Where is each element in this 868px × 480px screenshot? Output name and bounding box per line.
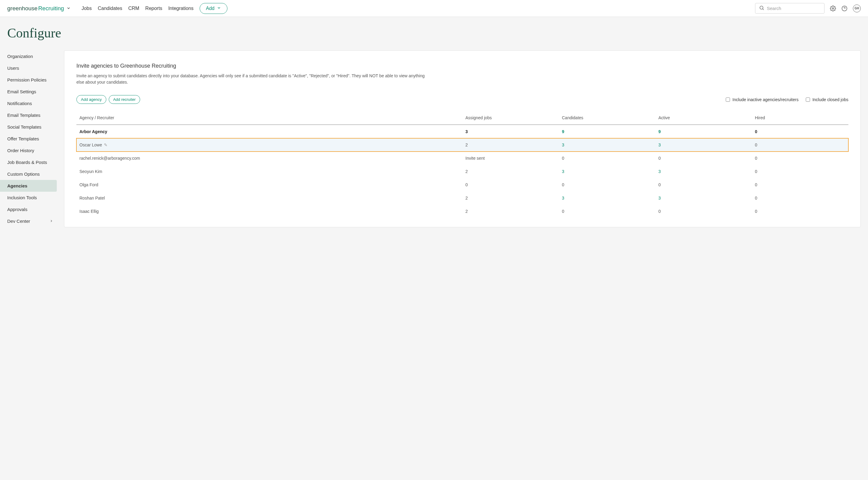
- cell-assigned-value: 2: [465, 169, 468, 174]
- sidebar-item-custom-options[interactable]: Custom Options: [0, 168, 57, 180]
- chevron-down-icon[interactable]: [66, 5, 71, 12]
- table-row[interactable]: Seoyun Kim2330: [76, 165, 848, 178]
- cell-candidates-value[interactable]: 9: [562, 129, 564, 134]
- sidebar-item-notifications[interactable]: Notifications: [0, 97, 57, 109]
- table-row[interactable]: Olga Ford0000: [76, 178, 848, 191]
- cell-active-value[interactable]: 3: [658, 169, 661, 174]
- cell-active-value[interactable]: 3: [658, 142, 661, 147]
- cell-name: Arbor Agency: [76, 125, 462, 138]
- svg-point-0: [760, 6, 763, 9]
- sidebar-item-label: Agencies: [7, 183, 28, 188]
- help-icon[interactable]: [841, 5, 847, 11]
- cell-assigned: 2: [462, 138, 559, 152]
- avatar[interactable]: GH: [853, 4, 861, 12]
- cell-candidates-value: 0: [562, 182, 564, 187]
- table-row[interactable]: Roshan Patel2330: [76, 191, 848, 205]
- add-button-label: Add: [206, 6, 214, 11]
- gear-icon[interactable]: [830, 5, 836, 11]
- include-inactive-checkbox[interactable]: Include inactive agencies/recruiters: [726, 97, 799, 102]
- cell-candidates-value[interactable]: 3: [562, 169, 564, 174]
- page-title: Configure: [0, 17, 868, 51]
- cell-assigned-value: 2: [465, 142, 468, 147]
- cell-candidates: 0: [559, 178, 656, 191]
- cell-hired: 0: [752, 165, 849, 178]
- cell-active-value[interactable]: 3: [658, 196, 661, 200]
- cell-active: 3: [655, 191, 752, 205]
- add-recruiter-button[interactable]: Add recruiter: [109, 95, 140, 104]
- sidebar-item-social-templates[interactable]: Social Templates: [0, 121, 57, 133]
- include-closed-input[interactable]: [806, 97, 810, 102]
- cell-assigned-value: 2: [465, 196, 468, 200]
- add-agency-button[interactable]: Add agency: [76, 95, 106, 104]
- include-inactive-input[interactable]: [726, 97, 730, 102]
- row-name: Olga Ford: [80, 182, 98, 187]
- cell-candidates-value[interactable]: 3: [562, 196, 564, 200]
- sidebar-item-permission-policies[interactable]: Permission Policies: [0, 74, 57, 86]
- nav-crm[interactable]: CRM: [128, 6, 139, 11]
- table-row[interactable]: Arbor Agency3990: [76, 125, 848, 138]
- row-name: Oscar Lowe: [80, 142, 102, 147]
- sidebar-item-agencies[interactable]: Agencies: [0, 180, 57, 192]
- actions-row: Add agency Add recruiter Include inactiv…: [76, 95, 848, 104]
- nav-jobs[interactable]: Jobs: [82, 6, 92, 11]
- cell-hired-value: 0: [755, 142, 757, 147]
- row-name: Isaac Ellig: [80, 209, 99, 214]
- sidebar-item-label: Notifications: [7, 101, 32, 106]
- nav-reports[interactable]: Reports: [145, 6, 162, 11]
- cell-active-value[interactable]: 9: [658, 129, 661, 134]
- pencil-icon[interactable]: ✎: [104, 142, 107, 147]
- sidebar-item-label: Email Templates: [7, 113, 40, 118]
- cell-hired-value: 0: [755, 182, 757, 187]
- panel-description: Invite an agency to submit candidates di…: [76, 73, 433, 86]
- include-closed-checkbox[interactable]: Include closed jobs: [806, 97, 848, 102]
- sidebar-item-label: Social Templates: [7, 124, 41, 129]
- cell-name: Isaac Ellig: [76, 205, 462, 218]
- cell-candidates: 3: [559, 138, 656, 152]
- brand-main: greenhouse: [7, 5, 37, 12]
- table-row[interactable]: rachel.renick@arboragency.comInvite sent…: [76, 152, 848, 165]
- col-active: Active: [655, 111, 752, 125]
- sidebar-item-label: Custom Options: [7, 171, 40, 177]
- nav-candidates[interactable]: Candidates: [98, 6, 122, 11]
- panel-heading: Invite agencies to Greenhouse Recruiting: [76, 63, 848, 69]
- table-body: Arbor Agency3990Oscar Lowe✎2330rachel.re…: [76, 125, 848, 218]
- cell-candidates: 9: [559, 125, 656, 138]
- add-button[interactable]: Add: [199, 3, 227, 14]
- header-right: GH: [755, 3, 861, 13]
- filter-checks: Include inactive agencies/recruiters Inc…: [726, 97, 848, 102]
- sidebar-item-approvals[interactable]: Approvals: [0, 203, 57, 215]
- cell-assigned: Invite sent: [462, 152, 559, 165]
- cell-candidates: 0: [559, 205, 656, 218]
- row-name: Roshan Patel: [80, 196, 105, 200]
- sidebar-item-job-boards-posts[interactable]: Job Boards & Posts: [0, 156, 57, 168]
- sidebar-item-users[interactable]: Users: [0, 62, 57, 74]
- sidebar-item-email-settings[interactable]: Email Settings: [0, 86, 57, 97]
- cell-active: 3: [655, 165, 752, 178]
- col-assigned: Assigned jobs: [462, 111, 559, 125]
- search-box[interactable]: [755, 3, 825, 13]
- nav-integrations[interactable]: Integrations: [168, 6, 194, 11]
- table-row[interactable]: Oscar Lowe✎2330: [76, 138, 848, 152]
- cell-candidates-value[interactable]: 3: [562, 142, 564, 147]
- sidebar-item-label: Dev Center: [7, 219, 30, 224]
- cell-name: Oscar Lowe✎: [76, 138, 462, 152]
- sidebar-item-organization[interactable]: Organization: [0, 51, 57, 62]
- cell-hired: 0: [752, 205, 849, 218]
- cell-assigned-value: 0: [465, 182, 468, 187]
- sidebar-item-email-templates[interactable]: Email Templates: [0, 109, 57, 121]
- cell-name: rachel.renick@arboragency.com: [76, 152, 462, 165]
- cell-assigned-value: 2: [465, 209, 468, 214]
- cell-active-value: 0: [658, 209, 661, 214]
- sidebar-item-order-history[interactable]: Order History: [0, 145, 57, 156]
- cell-active: 0: [655, 152, 752, 165]
- avatar-initials: GH: [855, 7, 859, 10]
- search-input[interactable]: [767, 6, 820, 11]
- table-row[interactable]: Isaac Ellig2000: [76, 205, 848, 218]
- cell-candidates-value: 0: [562, 209, 564, 214]
- sidebar-item-offer-templates[interactable]: Offer Templates: [0, 133, 57, 145]
- sidebar-item-inclusion-tools[interactable]: Inclusion Tools: [0, 192, 57, 203]
- sidebar-item-dev-center[interactable]: Dev Center: [0, 215, 57, 227]
- logo[interactable]: greenhouse Recruiting: [7, 5, 71, 12]
- col-hired: Hired: [752, 111, 849, 125]
- row-name: Arbor Agency: [80, 129, 107, 134]
